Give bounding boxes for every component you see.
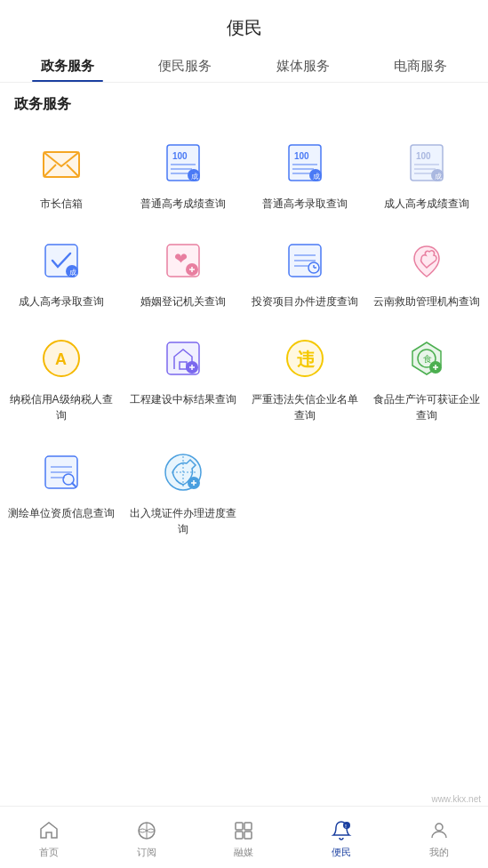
score100-icon: 100 成 bbox=[157, 137, 209, 189]
svg-text:违: 违 bbox=[297, 350, 316, 369]
service-border-pass[interactable]: 出入境证件办理进度查询 bbox=[122, 436, 244, 550]
svg-text:成: 成 bbox=[435, 173, 442, 181]
svg-text:食: 食 bbox=[423, 354, 432, 364]
service-yunnan-rescue[interactable]: 云南救助管理机构查询 bbox=[366, 224, 488, 322]
service-marriage-reg[interactable]: ❤ 婚姻登记机关查询 bbox=[122, 224, 244, 322]
construct-icon bbox=[157, 333, 209, 384]
service-adult-admit[interactable]: 成 成人高考录取查询 bbox=[0, 224, 122, 322]
mine-icon bbox=[428, 819, 451, 842]
svg-text:成: 成 bbox=[313, 173, 320, 181]
service-invest-progress[interactable]: 投资项目办件进度查询 bbox=[244, 224, 366, 322]
service-food-license[interactable]: 食 食品生产许可获证企业查询 bbox=[366, 322, 488, 436]
nav-home-label: 首页 bbox=[39, 846, 59, 859]
nav-media[interactable]: 融媒 bbox=[196, 814, 293, 861]
invest-icon bbox=[279, 235, 331, 286]
nav-subscribe-label: 订阅 bbox=[137, 846, 156, 859]
service-tax-credit-label: 纳税信用A级纳税人查询 bbox=[5, 391, 116, 423]
svg-text:A: A bbox=[55, 350, 67, 368]
food-icon: 食 bbox=[401, 333, 452, 384]
nav-mine-label: 我的 bbox=[429, 846, 449, 859]
tab-ecom-service[interactable]: 电商服务 bbox=[362, 49, 479, 82]
nav-mine[interactable]: 我的 bbox=[390, 814, 488, 861]
service-tax-credit[interactable]: A 纳税信用A级纳税人查询 bbox=[0, 322, 122, 436]
service-survey[interactable]: 测绘单位资质信息查询 bbox=[0, 436, 122, 550]
score100c-icon: 100 成 bbox=[401, 137, 452, 189]
service-adult-admit-label: 成人高考录取查询 bbox=[19, 293, 104, 309]
tab-media-service[interactable]: 媒体服务 bbox=[244, 49, 362, 82]
service-violation-label: 严重违法失信企业名单查询 bbox=[250, 391, 361, 423]
svg-text:成: 成 bbox=[191, 173, 198, 181]
svg-rect-70 bbox=[236, 832, 243, 839]
svg-rect-69 bbox=[244, 823, 252, 830]
nav-civic[interactable]: ! 便民 bbox=[292, 814, 390, 861]
nav-civic-label: 便民 bbox=[332, 846, 351, 859]
service-mayor-mail-label: 市长信箱 bbox=[40, 196, 83, 212]
svg-text:100: 100 bbox=[294, 151, 309, 161]
nav-media-label: 融媒 bbox=[234, 846, 253, 859]
svg-text:100: 100 bbox=[172, 151, 188, 161]
mail-icon bbox=[36, 137, 87, 189]
svg-text:100: 100 bbox=[416, 151, 431, 161]
rescue-icon bbox=[401, 235, 452, 286]
survey-icon bbox=[36, 446, 87, 498]
service-gaokao-admit-label: 普通高考录取查询 bbox=[262, 196, 348, 212]
services-grid: 市长信箱 100 成 普通高考成绩查询 bbox=[0, 119, 488, 557]
section-title: 政务服务 bbox=[0, 83, 488, 119]
service-survey-label: 测绘单位资质信息查询 bbox=[8, 505, 115, 521]
svg-point-74 bbox=[436, 824, 443, 831]
service-construction-label: 工程建设中标结果查询 bbox=[130, 391, 236, 407]
service-border-pass-label: 出入境证件办理进度查询 bbox=[127, 505, 238, 537]
subscribe-icon bbox=[135, 819, 158, 842]
tab-civic-service[interactable]: 便民服务 bbox=[126, 49, 244, 82]
service-food-license-label: 食品生产许可获证企业查询 bbox=[372, 391, 483, 423]
service-yunnan-rescue-label: 云南救助管理机构查询 bbox=[373, 293, 480, 309]
bottom-nav: 首页 订阅 融媒 bbox=[0, 806, 488, 868]
service-violation[interactable]: 违 严重违法失信企业名单查询 bbox=[244, 322, 366, 436]
service-gaokao-admit[interactable]: 100 成 普通高考录取查询 bbox=[244, 126, 366, 224]
score100b-icon: 100 成 bbox=[279, 137, 331, 189]
home-icon bbox=[37, 819, 60, 842]
svg-rect-71 bbox=[244, 832, 252, 839]
watermark: www.kkx.net bbox=[431, 794, 481, 804]
tab-bar: 政务服务 便民服务 媒体服务 电商服务 bbox=[0, 49, 488, 83]
tab-gov-service[interactable]: 政务服务 bbox=[9, 49, 126, 82]
service-adult-score-label: 成人高考成绩查询 bbox=[384, 196, 469, 212]
violation-icon: 违 bbox=[279, 333, 331, 384]
svg-rect-68 bbox=[236, 823, 243, 830]
media-icon bbox=[232, 819, 255, 842]
marriage-icon: ❤ bbox=[157, 235, 209, 286]
service-gaokao-score[interactable]: 100 成 普通高考成绩查询 bbox=[122, 126, 244, 224]
nav-subscribe[interactable]: 订阅 bbox=[98, 814, 196, 861]
service-construction[interactable]: 工程建设中标结果查询 bbox=[122, 322, 244, 436]
service-marriage-reg-label: 婚姻登记机关查询 bbox=[140, 293, 226, 309]
service-adult-score[interactable]: 100 成 成人高考成绩查询 bbox=[366, 126, 488, 224]
service-invest-progress-label: 投资项目办件进度查询 bbox=[252, 293, 358, 309]
service-mayor-mail[interactable]: 市长信箱 bbox=[0, 126, 122, 224]
border-icon bbox=[157, 446, 209, 498]
taxA-icon: A bbox=[36, 333, 87, 384]
svg-text:!: ! bbox=[345, 824, 347, 829]
page-title: 便民 bbox=[0, 0, 488, 49]
checkbox-icon: 成 bbox=[36, 235, 87, 286]
svg-text:成: 成 bbox=[69, 269, 76, 277]
civic-icon: ! bbox=[330, 819, 353, 842]
service-gaokao-score-label: 普通高考成绩查询 bbox=[140, 196, 226, 212]
nav-home[interactable]: 首页 bbox=[0, 814, 98, 861]
svg-text:❤: ❤ bbox=[174, 250, 188, 268]
